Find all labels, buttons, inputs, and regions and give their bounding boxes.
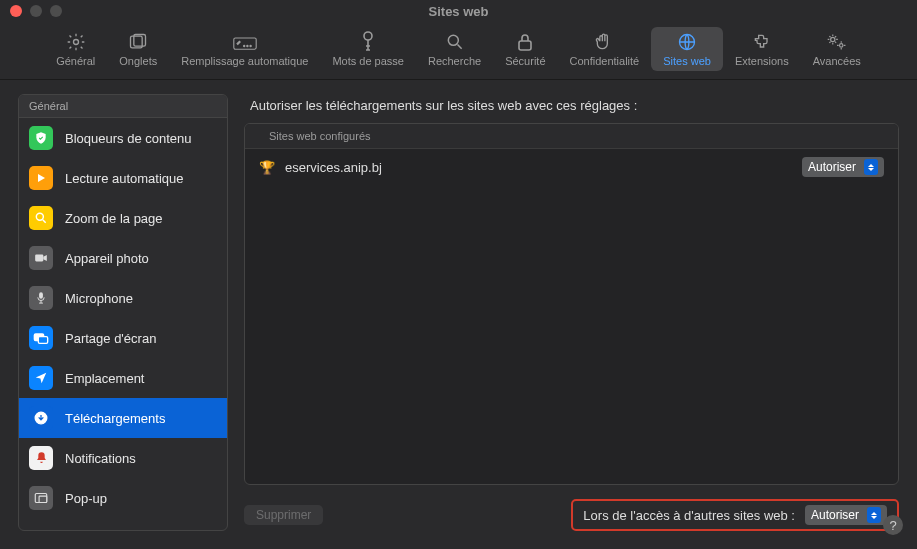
sidebar-item-label: Pop-up [65,491,107,506]
table-header: Sites web configurés [245,124,898,149]
tab-websites[interactable]: Sites web [651,27,723,71]
download-icon [29,406,53,430]
chevron-updown-icon [867,507,881,523]
row-permission-select[interactable]: Autoriser [802,157,884,177]
tab-passwords[interactable]: Mots de passe [320,27,416,71]
svg-point-0 [73,39,78,44]
window-title: Sites web [0,4,917,19]
sidebar-item-label: Zoom de la page [65,211,163,226]
tab-security[interactable]: Sécurité [493,27,557,71]
trophy-icon: 🏆 [259,160,275,175]
magnify-icon [29,206,53,230]
svg-rect-15 [39,292,43,298]
svg-rect-9 [519,41,531,50]
svg-point-5 [247,45,248,46]
svg-point-13 [36,213,43,220]
sidebar-item-content-blockers[interactable]: Bloqueurs de contenu [19,118,227,158]
sidebar-item-label: Appareil photo [65,251,149,266]
svg-point-6 [250,45,251,46]
sidebar-item-label: Partage d'écran [65,331,156,346]
default-permission-label: Lors de l'accès à d'autres sites web : [583,508,795,523]
tabs-icon [128,31,148,53]
sidebar-item-label: Microphone [65,291,133,306]
sidebar-header: Général [19,95,227,118]
sidebar-item-page-zoom[interactable]: Zoom de la page [19,198,227,238]
main-pane: Autoriser les téléchargements sur les si… [244,94,899,531]
sidebar-item-microphone[interactable]: Microphone [19,278,227,318]
sidebar-item-location[interactable]: Emplacement [19,358,227,398]
sidebar: Général Bloqueurs de contenu Lecture aut… [18,94,228,531]
bell-icon [29,446,53,470]
sidebar-item-label: Lecture automatique [65,171,184,186]
sidebar-item-label: Téléchargements [65,411,165,426]
tab-search[interactable]: Recherche [416,27,493,71]
svg-point-12 [839,43,842,46]
play-icon [29,166,53,190]
search-icon [445,31,465,53]
chevron-updown-icon [864,159,878,175]
sidebar-item-autoplay[interactable]: Lecture automatique [19,158,227,198]
default-permission-select[interactable]: Autoriser [805,505,887,525]
hand-icon [594,31,614,53]
tab-extensions[interactable]: Extensions [723,27,801,71]
screens-icon [29,326,53,350]
table-row[interactable]: 🏆 eservices.anip.bj Autoriser [245,149,898,185]
default-permission-box: Lors de l'accès à d'autres sites web : A… [571,499,899,531]
svg-rect-17 [38,337,47,344]
sidebar-item-popup[interactable]: Pop-up [19,478,227,518]
tab-privacy[interactable]: Confidentialité [558,27,652,71]
sidebar-item-downloads[interactable]: Téléchargements [19,398,227,438]
puzzle-icon [752,31,772,53]
lock-icon [516,31,534,53]
sidebar-item-screen-sharing[interactable]: Partage d'écran [19,318,227,358]
gear-icon [66,31,86,53]
tab-advanced[interactable]: Avancées [801,27,873,71]
titlebar: Sites web [0,0,917,22]
key-icon [359,31,377,53]
sidebar-item-label: Emplacement [65,371,144,386]
help-button[interactable]: ? [883,515,903,535]
tab-onglets[interactable]: Onglets [107,27,169,71]
microphone-icon [29,286,53,310]
sites-table: Sites web configurés 🏆 eservices.anip.bj… [244,123,899,485]
tab-general[interactable]: Général [44,27,107,71]
shield-icon [29,126,53,150]
svg-rect-20 [39,496,47,502]
camera-icon [29,246,53,270]
gears-icon [826,31,848,53]
sidebar-item-camera[interactable]: Appareil photo [19,238,227,278]
sidebar-item-label: Bloqueurs de contenu [65,131,191,146]
tab-autofill[interactable]: Remplissage automatique [169,27,320,71]
svg-rect-14 [35,255,43,262]
window-icon [29,486,53,510]
sidebar-item-label: Notifications [65,451,136,466]
svg-point-7 [364,32,372,40]
sidebar-item-notifications[interactable]: Notifications [19,438,227,478]
toolbar: Général Onglets Remplissage automatique … [0,22,917,80]
svg-point-11 [830,37,834,41]
pencil-box-icon [233,31,257,53]
main-heading: Autoriser les téléchargements sur les si… [244,94,899,123]
remove-button[interactable]: Supprimer [244,505,323,525]
svg-point-4 [243,45,244,46]
svg-point-8 [448,35,458,45]
location-icon [29,366,53,390]
globe-icon [677,31,697,53]
site-domain: eservices.anip.bj [285,160,792,175]
